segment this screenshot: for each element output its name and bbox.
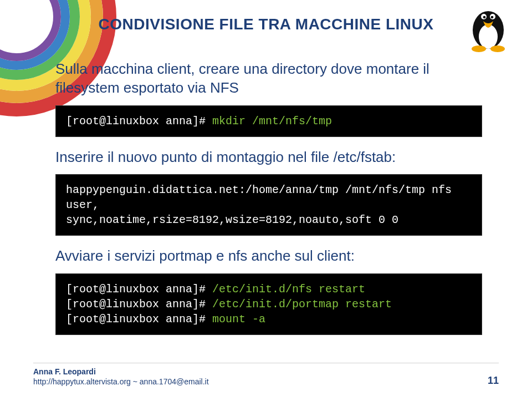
- terminal-command: /etc/init.d/nfs restart: [212, 283, 365, 296]
- terminal-prompt: [root@linuxbox anna]#: [66, 115, 206, 128]
- svg-point-6: [472, 45, 486, 52]
- footer-left: Anna F. Leopardi http://happytux.altervi…: [33, 367, 209, 387]
- terminal-prompt: [root@linuxbox anna]#: [66, 298, 206, 311]
- slide-footer: Anna F. Leopardi http://happytux.altervi…: [33, 363, 499, 387]
- fstab-line-1: happypenguin.didattica.net:/home/anna/tm…: [66, 184, 458, 211]
- terminal-command: mkdir /mnt/nfs/tmp: [212, 115, 332, 128]
- terminal-command: /etc/init.d/portmap restart: [212, 298, 392, 311]
- terminal-block-fstab: happypenguin.didattica.net:/home/anna/tm…: [55, 174, 482, 236]
- terminal-command: mount -a: [212, 313, 265, 326]
- terminal-prompt: [root@linuxbox anna]#: [66, 283, 206, 296]
- svg-point-1: [479, 24, 498, 49]
- terminal-block-mkdir: [root@linuxbox anna]# mkdir /mnt/nfs/tmp: [55, 105, 482, 137]
- tux-icon: [467, 3, 510, 52]
- svg-point-7: [490, 45, 505, 52]
- slide: CONDIVISIONE FILE TRA MACCHINE LINUX Sul…: [0, 0, 532, 401]
- slide-title: CONDIVISIONE FILE TRA MACCHINE LINUX: [0, 16, 532, 33]
- slide-content: Sulla macchina client, creare una direct…: [55, 60, 482, 346]
- terminal-block-services: [root@linuxbox anna]# /etc/init.d/nfs re…: [55, 273, 482, 335]
- fstab-line-2: sync,noatime,rsize=8192,wsize=8192,noaut…: [66, 214, 398, 226]
- footer-author: Anna F. Leopardi: [33, 367, 209, 377]
- terminal-prompt: [root@linuxbox anna]#: [66, 313, 206, 326]
- paragraph-fstab: Inserire il nuovo punto di montaggio nel…: [55, 148, 482, 167]
- paragraph-intro: Sulla macchina client, creare una direct…: [55, 60, 482, 98]
- svg-point-5: [491, 16, 494, 19]
- footer-url: http://happytux.altervista.org ~ anna.17…: [33, 377, 209, 387]
- footer-page-number: 11: [488, 375, 499, 387]
- svg-point-4: [483, 16, 486, 19]
- paragraph-services: Avviare i servizi portmap e nfs anche su…: [55, 247, 482, 266]
